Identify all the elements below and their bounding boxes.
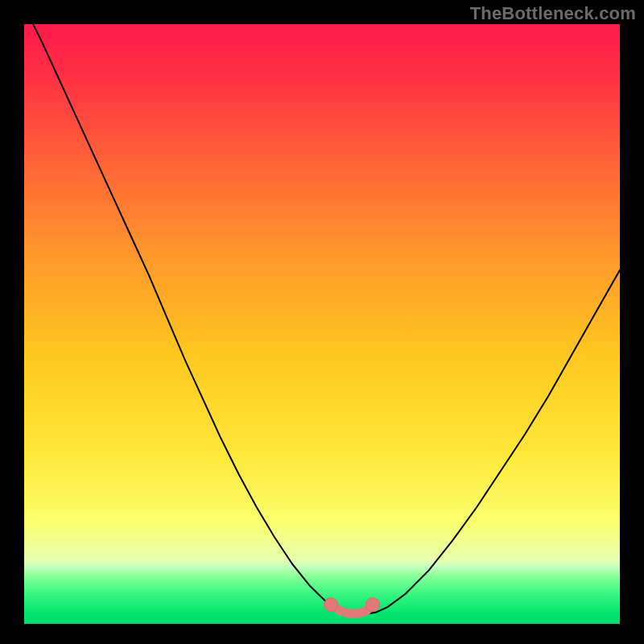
gradient-background bbox=[24, 24, 620, 624]
bottleneck-chart bbox=[24, 24, 620, 624]
optimal-end-dot bbox=[365, 598, 379, 612]
watermark-text: TheBottleneck.com bbox=[470, 3, 636, 24]
chart-frame: TheBottleneck.com bbox=[0, 0, 644, 644]
chart-svg bbox=[24, 24, 620, 624]
optimal-start-dot bbox=[324, 598, 338, 612]
